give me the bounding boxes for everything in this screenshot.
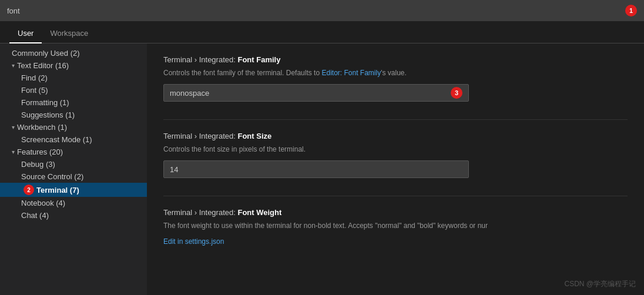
search-badge: 1 <box>625 5 637 16</box>
divider-2 <box>163 196 628 196</box>
sidebar-item-notebook[interactable]: Notebook (4) <box>0 197 147 209</box>
setting-font-weight: Terminal › Integrated: Font Weight The f… <box>163 208 628 246</box>
sidebar-item-features[interactable]: ▾ Features (20) <box>0 146 147 158</box>
chevron-down-icon: ▾ <box>12 149 15 155</box>
sidebar-item-label: Font (5) <box>21 86 48 95</box>
sidebar-item-screencast-mode[interactable]: Screencast Mode (1) <box>0 133 147 146</box>
edit-settings-json-link[interactable]: Edit in settings.json <box>163 237 224 246</box>
sidebar-item-find[interactable]: Find (2) <box>0 72 147 84</box>
tab-row: User Workspace <box>0 21 644 43</box>
font-size-input-row <box>163 160 469 178</box>
sidebar-item-label: Debug (3) <box>21 160 55 169</box>
chevron-down-icon: ▾ <box>12 124 15 130</box>
sidebar-item-suggestions[interactable]: Suggestions (1) <box>0 109 147 121</box>
sidebar-item-commonly-used[interactable]: Commonly Used (2) <box>0 47 147 59</box>
sidebar-item-label: Workbench (1) <box>17 123 67 132</box>
sidebar-item-debug[interactable]: Debug (3) <box>0 158 147 170</box>
sidebar-item-font[interactable]: Font (5) <box>0 84 147 96</box>
setting-font-size: Terminal › Integrated: Font Size Control… <box>163 132 628 178</box>
search-bar: 1 <box>0 0 644 21</box>
terminal-badge: 2 <box>24 185 34 195</box>
sidebar-item-terminal[interactable]: 2 Terminal (7) <box>0 183 147 197</box>
font-size-input[interactable] <box>170 165 462 174</box>
divider-1 <box>163 119 628 120</box>
setting-desc-font-family: Controls the font family of the terminal… <box>163 68 628 78</box>
sidebar-item-label: Notebook (4) <box>21 199 65 207</box>
sidebar-item-label: Suggestions (1) <box>21 110 75 119</box>
setting-font-family: Terminal › Integrated: Font Family Contr… <box>163 55 628 102</box>
setting-title-font-family: Terminal › Integrated: Font Family <box>163 55 628 64</box>
sidebar-item-label: Find (2) <box>21 73 48 82</box>
sidebar-item-label: Screencast Mode (1) <box>21 135 92 144</box>
sidebar-item-chat[interactable]: Chat (4) <box>0 209 147 222</box>
sidebar-item-label: Terminal (7) <box>36 186 79 195</box>
tab-workspace[interactable]: Workspace <box>42 24 96 43</box>
content-area: Terminal › Integrated: Font Family Contr… <box>147 43 644 295</box>
setting-desc-font-weight: The font weight to use within the termin… <box>163 220 628 231</box>
sidebar-item-source-control[interactable]: Source Control (2) <box>0 170 147 183</box>
setting-title-font-weight: Terminal › Integrated: Font Weight <box>163 208 628 217</box>
sidebar-item-label: Source Control (2) <box>21 172 83 181</box>
setting-desc-font-size: Controls the font size in pixels of the … <box>163 144 628 155</box>
font-family-input[interactable] <box>170 89 446 98</box>
sidebar-item-label: Text Editor (16) <box>17 61 69 70</box>
sidebar-item-workbench[interactable]: ▾ Workbench (1) <box>0 121 147 133</box>
font-family-badge: 3 <box>451 87 462 99</box>
main-layout: Commonly Used (2) ▾ Text Editor (16) Fin… <box>0 43 644 295</box>
search-input[interactable] <box>7 6 620 15</box>
watermark: CSDN @学亮编程手记 <box>564 279 636 289</box>
sidebar-item-label: Chat (4) <box>21 211 49 220</box>
tab-user[interactable]: User <box>9 24 42 43</box>
chevron-down-icon: ▾ <box>12 62 15 69</box>
sidebar: Commonly Used (2) ▾ Text Editor (16) Fin… <box>0 43 147 295</box>
setting-title-font-size: Terminal › Integrated: Font Size <box>163 132 628 140</box>
sidebar-item-label: Formatting (1) <box>21 98 69 107</box>
sidebar-item-label: Commonly Used (2) <box>12 49 80 58</box>
sidebar-item-label: Features (20) <box>17 148 63 156</box>
font-family-input-row: 3 <box>163 84 469 102</box>
sidebar-item-text-editor[interactable]: ▾ Text Editor (16) <box>0 59 147 72</box>
editor-font-family-link[interactable]: Editor: Font Family <box>321 69 381 77</box>
sidebar-item-formatting[interactable]: Formatting (1) <box>0 96 147 109</box>
